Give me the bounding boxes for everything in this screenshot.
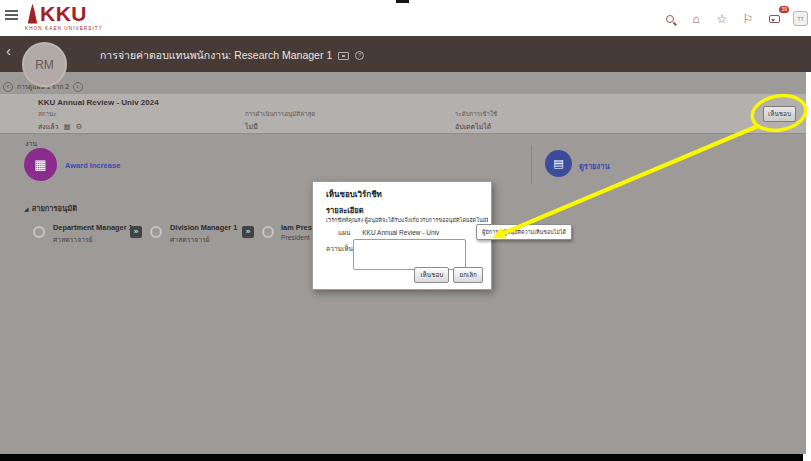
status-value: ส่งแล้ว [38,121,58,132]
approver-title: ศาสตราจารย์ [53,234,133,245]
tasks-heading: งาน [25,138,37,149]
award-increase-link[interactable]: Award Increase [65,161,120,170]
tasks-divider [531,146,532,184]
app-screen: KKU KHON KAEN UNIVERSITY ⌂ ☆ ⚐ 39 TT ‹ R… [0,0,811,461]
home-icon[interactable]: ⌂ [689,12,703,26]
approval-chain-heading: ◢ สายการอนุมัติ [24,202,77,214]
video-icon[interactable] [338,52,349,60]
approver-title: ศาสตราจารย์ [170,234,237,245]
chain-arrow-icon: » [242,226,254,238]
top-action-icons: ⌂ ☆ ⚐ 39 TT [663,11,808,26]
approval-chain-title: สายการอนุมัติ [32,202,77,214]
back-chevron-icon[interactable]: ‹ [6,42,11,59]
brand-subtext: KHON KAEN UNIVERSITY [25,26,103,31]
favorites-star-icon[interactable]: ☆ [715,12,729,26]
approver-name: Division Manager 1 [170,223,237,232]
worksheet-history-icon[interactable]: ⚙ [76,123,83,131]
kku-tower-icon [25,3,40,25]
pager-next-icon[interactable]: › [73,82,83,92]
dialog-approve-button[interactable]: เห็นชอบ [414,267,449,283]
approval-step-radio-2[interactable] [150,226,162,238]
last-action-value: ไม่มี [245,121,258,132]
approval-step-1: Department Manager 1 ศาสตราจารย์ [53,223,133,245]
view-report-link[interactable]: ดูรายงาน [579,160,610,172]
worksheet-sheet-icon[interactable]: ▦ [63,123,70,131]
dialog-details-text: เวิร์กชีทที่คุณส่ง ผู้อนุมัติจะได้รับแจ้… [326,216,488,224]
approval-step-radio-1[interactable] [33,226,45,238]
award-increase-icon[interactable]: ▦ [24,148,57,181]
kku-logo: KKU KHON KAEN UNIVERSITY [25,3,103,31]
status-label: สถานะ [38,109,82,119]
approve-dialog: เห็นชอบเวิร์กชีท รายละเอียด เวิร์กชีทที่… [312,181,492,290]
taskbar-strip [0,454,803,461]
pager-prev-icon[interactable]: ‹ [3,82,13,92]
worksheet-approve-button[interactable]: เห็นชอบ [763,106,796,122]
page-title: การจ่ายค่าตอบแทนพนักงาน: Research Manage… [100,47,332,64]
access-level-value: อัปเดตไม่ได้ [455,121,491,132]
dialog-details-heading: รายละเอียด [326,204,364,216]
status-column: สถานะ ส่งแล้ว ▦ ⚙ [38,109,82,132]
last-action-label: การดำเนินการอนุมัติล่าสุด [245,109,315,119]
notifications-chat-icon[interactable]: 39 [767,12,781,26]
worksheet-name: KKU Annual Review - Univ 2024 [38,98,159,107]
view-report-icon[interactable]: ▤ [545,150,572,177]
user-avatar[interactable]: TT [793,11,808,26]
page-title-row: การจ่ายค่าตอบแทนพนักงาน: Research Manage… [100,47,364,64]
chain-arrow-icon: » [130,226,142,238]
dialog-plan-value: KKU Annual Review - Univ [362,229,439,236]
flag-icon[interactable]: ⚐ [741,12,755,26]
search-icon[interactable] [663,12,677,26]
form-avatar: RM [22,42,67,87]
top-bar: KKU KHON KAEN UNIVERSITY ⌂ ☆ ⚐ 39 TT [0,0,811,36]
last-action-column: การดำเนินการอนุมัติล่าสุด ไม่มี [245,109,315,132]
brand-text: KKU [40,3,87,25]
collapse-triangle-icon[interactable]: ◢ [24,205,29,212]
comment-textarea[interactable] [353,239,466,270]
access-level-column: ระดับการเข้าใช้ อัปเดตไม่ได้ [455,109,497,132]
dialog-plan-label: แผน [338,229,350,236]
approval-step-radio-3[interactable] [262,226,274,238]
dialog-cancel-button[interactable]: ยกเลิก [453,267,483,283]
screen-top-dash [396,0,409,3]
dialog-plan-row: แผน KKU Annual Review - Univ [338,228,439,238]
hamburger-menu-icon[interactable] [5,10,18,21]
approver-name: Department Manager 1 [53,223,133,232]
notification-badge: 39 [779,6,789,13]
help-icon[interactable]: ? [355,51,364,60]
approve-tooltip: ผู้มีการส่งผู้อนุมัติความเห็นชอบไม่ได้ [476,224,572,240]
dialog-comment-label: ความเห็น [326,244,353,254]
dialog-title: เห็นชอบเวิร์กชีท [326,188,382,201]
worksheet-summary-row: KKU Annual Review - Univ 2024 สถานะ ส่งแ… [0,94,806,134]
approval-step-2: Division Manager 1 ศาสตราจารย์ [170,223,237,245]
access-level-label: ระดับการเข้าใช้ [455,109,497,119]
